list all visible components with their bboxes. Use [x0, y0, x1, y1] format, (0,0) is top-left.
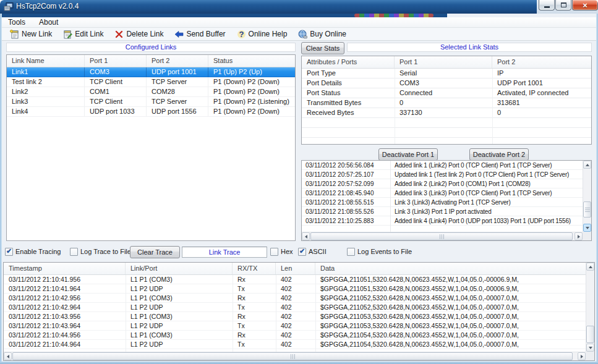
scroll-right-button[interactable] — [575, 232, 583, 240]
maximize-button[interactable] — [555, 0, 571, 11]
close-button[interactable]: × — [572, 0, 598, 11]
cell-attribute: Transmitted Bytes — [302, 98, 395, 108]
hex-checkbox[interactable] — [270, 248, 278, 256]
stat-row[interactable]: Received Bytes 337130 0 — [302, 108, 591, 118]
trace-row[interactable]: 03/11/2012 21:10:41.956 L1 P1 (COM3) Rx … — [4, 275, 586, 284]
link-row[interactable]: Link1 COM3 UDP port 1001 P1 (Up) P2 (Up) — [7, 67, 295, 77]
trace-scroll-thumb[interactable] — [586, 326, 594, 343]
column-header-attributes[interactable]: Attributes / Ports — [302, 56, 395, 68]
column-header-link-port[interactable]: Link/Port — [126, 263, 233, 274]
delete-link-icon — [114, 30, 124, 39]
trace-column-separator — [315, 275, 316, 352]
event-row[interactable]: 03/11/2012 21:08:55.515 Link 3 (Link3) A… — [302, 198, 583, 207]
scroll-right-button[interactable] — [578, 352, 586, 360]
events-hscroll-thumb[interactable] — [310, 232, 573, 240]
toolbar-label: Send Buffer — [186, 30, 225, 38]
stat-row[interactable]: Port Status Connected Activated, IP conn… — [302, 88, 591, 98]
deactivate-port2-button[interactable]: Deactivate Port 2 — [469, 148, 529, 161]
event-message: Added link 2 (Link2) Port 0 (COM1) Port … — [390, 179, 583, 188]
link-row[interactable]: Test link 2 TCP Client TCP Server P1 (Do… — [7, 77, 295, 87]
events-vertical-scrollbar[interactable] — [583, 161, 591, 232]
trace-row[interactable]: 03/11/2012 21:10:42.956 L1 P1 (COM3) Rx … — [4, 294, 586, 303]
menu-tools[interactable]: Tools — [8, 18, 25, 27]
event-row[interactable]: 03/11/2012 21:10:25.883 Added link 4 (Li… — [302, 216, 583, 226]
enable-tracing-checkbox[interactable] — [5, 248, 13, 256]
trace-row[interactable]: 03/11/2012 21:10:42.964 L1 P2 UDP Tx 402… — [4, 303, 586, 312]
trace-title-box: Link Trace — [182, 247, 267, 258]
new-link-button[interactable]: New Link — [4, 28, 58, 40]
new-link-icon — [10, 30, 19, 39]
configured-links-rows: Link1 COM3 UDP port 1001 P1 (Up) P2 (Up)… — [7, 67, 295, 117]
event-row[interactable]: 03/11/2012 20:57:52.099 Added link 2 (Li… — [302, 179, 583, 188]
scroll-left-button[interactable] — [302, 232, 310, 240]
scroll-down-button[interactable] — [586, 344, 594, 352]
column-header-port2[interactable]: Port 2 — [147, 55, 208, 67]
enable-tracing-label[interactable]: Enable Tracing — [15, 247, 61, 256]
column-header-stats-port1[interactable]: Port 1 — [395, 56, 492, 68]
event-row[interactable]: 03/11/2012 21:08:55.526 Link 3 (Link3) P… — [302, 207, 583, 216]
cell-link-name: Link4 — [7, 107, 85, 116]
column-header-status[interactable]: Status — [208, 55, 295, 67]
deactivate-port1-button[interactable]: Deactivate Port 1 — [378, 148, 438, 161]
trace-row[interactable]: 03/11/2012 21:10:43.964 L1 P2 UDP Tx 402… — [4, 321, 586, 331]
trace-vertical-scrollbar[interactable] — [586, 263, 594, 352]
stat-row[interactable]: Transmitted Bytes 0 313681 — [302, 98, 591, 108]
cell-len: 402 — [276, 303, 315, 312]
column-header-rxtx[interactable]: RX/TX — [233, 263, 276, 274]
column-header-port1[interactable]: Port 1 — [85, 55, 147, 67]
cell-port2-value: UDP Port 1001 — [492, 78, 591, 88]
scroll-left-button[interactable] — [4, 352, 12, 360]
ascii-label[interactable]: ASCII — [309, 247, 327, 256]
stat-row[interactable]: Port Details COM3 UDP Port 1001 — [302, 78, 591, 88]
log-events-label[interactable]: Log Events to File — [357, 247, 412, 256]
event-row[interactable]: 03/11/2012 21:08:45.940 Added link 3 (Li… — [302, 188, 583, 198]
trace-column-separator — [126, 275, 126, 352]
buy-online-button[interactable]: Buy Online — [293, 28, 352, 40]
titlebar[interactable] — [0, 0, 537, 14]
cell-status: P1 (Down) P2 (Down) — [208, 87, 295, 96]
clear-trace-button[interactable]: Clear Trace — [130, 246, 180, 258]
cell-timestamp: 03/11/2012 21:10:43.956 — [4, 312, 126, 321]
log-trace-checkbox[interactable] — [70, 248, 78, 256]
column-header-data[interactable]: Data — [315, 263, 586, 274]
cell-data: $GPGGA,211052,5320.6428,N,00623.4552,W,1… — [315, 294, 586, 303]
event-row[interactable]: 03/11/2012 20:57:25.107 Updated link 1 (… — [302, 170, 583, 179]
events-horizontal-scrollbar[interactable] — [302, 232, 583, 240]
delete-link-button[interactable]: Delete Link — [109, 28, 169, 40]
online-help-button[interactable]: ? Online Help — [231, 28, 293, 40]
cell-data: $GPGGA,211054,5320.6428,N,00623.4552,W,1… — [315, 340, 586, 349]
trace-row[interactable]: 03/11/2012 21:10:44.964 L1 P2 UDP Tx 402… — [4, 340, 586, 349]
link-row[interactable]: Link3 TCP Client TCP Server P1 (Down) P2… — [7, 97, 295, 107]
trace-row[interactable]: 03/11/2012 21:10:43.956 L1 P1 (COM3) Rx … — [4, 312, 586, 321]
event-row[interactable]: 03/11/2012 20:56:56.084 Added link 1 (Li… — [302, 161, 583, 170]
hex-label[interactable]: Hex — [281, 247, 293, 256]
column-header-link-name[interactable]: Link Name — [7, 55, 85, 67]
scroll-up-button[interactable] — [583, 161, 591, 169]
scroll-down-button[interactable] — [583, 224, 591, 232]
edit-link-button[interactable]: Edit Link — [58, 28, 109, 40]
trace-row[interactable]: 03/11/2012 21:10:44.956 L1 P1 (COM3) Rx … — [4, 331, 586, 340]
trace-row[interactable]: 03/11/2012 21:10:41.964 L1 P2 UDP Tx 402… — [4, 284, 586, 294]
send-buffer-button[interactable]: Send Buffer — [169, 28, 231, 40]
event-timestamp: 03/11/2012 20:57:52.099 — [302, 179, 390, 188]
menu-about[interactable]: About — [39, 18, 58, 27]
trace-horizontal-scrollbar[interactable] — [4, 352, 586, 360]
events-scroll-thumb[interactable] — [583, 201, 591, 218]
trace-hscroll-thumb[interactable] — [12, 352, 573, 360]
column-header-timestamp[interactable]: Timestamp — [4, 263, 126, 274]
link-row[interactable]: Link4 UDP port 1033 UDP port 1556 P1 (Do… — [7, 107, 295, 117]
link-row[interactable]: Link2 COM1 COM28 P1 (Down) P2 (Down) — [7, 87, 295, 97]
stat-row[interactable]: Port Type Serial IP — [302, 69, 591, 78]
scroll-up-button[interactable] — [586, 263, 594, 271]
ascii-checkbox[interactable] — [298, 248, 306, 256]
log-trace-label[interactable]: Log Trace to File — [80, 247, 131, 256]
cell-link-name: Link2 — [7, 87, 85, 96]
link-stats-header: Attributes / Ports Port 1 Port 2 — [302, 56, 591, 69]
column-header-len[interactable]: Len — [276, 263, 315, 274]
log-events-checkbox[interactable] — [347, 248, 355, 256]
column-header-stats-port2[interactable]: Port 2 — [492, 56, 591, 68]
link-stats-body: Port Type Serial IP Port Details COM3 UD… — [302, 69, 591, 144]
minimize-button[interactable] — [539, 0, 555, 11]
cell-port2: TCP Server — [147, 77, 208, 87]
clear-stats-button[interactable]: Clear Stats — [301, 42, 344, 54]
